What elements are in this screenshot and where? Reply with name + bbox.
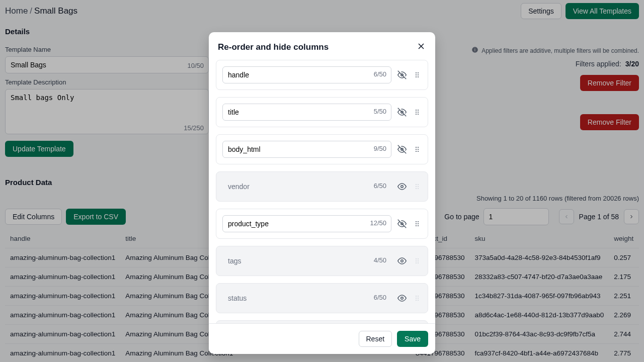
svg-point-54 — [418, 298, 419, 299]
svg-point-52 — [418, 296, 419, 297]
eye-icon[interactable] — [397, 256, 407, 265]
column-name-input[interactable] — [222, 66, 391, 83]
column-name-input — [222, 178, 391, 195]
svg-point-7 — [418, 72, 419, 73]
svg-point-49 — [418, 262, 419, 263]
drag-handle-icon[interactable] — [413, 70, 422, 79]
svg-point-24 — [416, 149, 417, 150]
column-item: 6/50 — [216, 283, 428, 313]
svg-point-30 — [418, 184, 419, 185]
column-item: 6/50 — [216, 171, 428, 202]
svg-point-51 — [416, 296, 417, 297]
svg-point-41 — [416, 225, 417, 226]
svg-point-39 — [416, 223, 417, 224]
svg-point-56 — [418, 300, 419, 301]
drag-handle-icon — [413, 294, 422, 303]
svg-point-18 — [416, 114, 417, 115]
drag-handle-icon[interactable] — [413, 108, 422, 117]
svg-point-29 — [416, 184, 417, 185]
eye-off-icon[interactable] — [397, 70, 407, 79]
svg-point-22 — [416, 147, 417, 148]
svg-point-38 — [418, 221, 419, 222]
svg-point-37 — [416, 221, 417, 222]
close-icon[interactable] — [416, 41, 426, 53]
save-button[interactable]: Save — [397, 331, 428, 347]
svg-point-33 — [416, 188, 417, 189]
svg-point-15 — [418, 110, 419, 111]
svg-point-47 — [418, 260, 419, 261]
svg-point-28 — [401, 186, 404, 188]
svg-point-46 — [416, 260, 417, 261]
svg-point-48 — [416, 262, 417, 263]
svg-point-50 — [401, 297, 404, 300]
svg-point-11 — [418, 76, 419, 77]
reset-button[interactable]: Reset — [359, 331, 392, 347]
drag-handle-icon[interactable] — [413, 145, 422, 154]
column-item: 9/50 — [216, 134, 428, 164]
svg-point-42 — [418, 225, 419, 226]
svg-point-32 — [418, 186, 419, 187]
svg-point-8 — [416, 74, 417, 75]
column-item: 4/50 — [216, 246, 428, 276]
svg-point-40 — [418, 223, 419, 224]
svg-point-45 — [418, 258, 419, 259]
column-item: 5/50 — [216, 97, 428, 127]
svg-point-6 — [416, 72, 417, 73]
svg-point-23 — [418, 147, 419, 148]
svg-point-27 — [418, 151, 419, 152]
svg-point-17 — [418, 112, 419, 113]
svg-point-43 — [401, 260, 404, 262]
column-name-input — [222, 252, 391, 269]
column-item: 6/50 — [216, 60, 428, 90]
svg-point-9 — [418, 74, 419, 75]
drag-handle-icon[interactable] — [413, 219, 422, 228]
svg-point-53 — [416, 298, 417, 299]
column-name-input — [222, 290, 391, 307]
eye-off-icon[interactable] — [397, 145, 407, 154]
svg-point-10 — [416, 76, 417, 77]
drag-handle-icon — [413, 182, 422, 191]
eye-off-icon[interactable] — [397, 108, 407, 117]
eye-icon[interactable] — [397, 182, 407, 191]
svg-point-16 — [416, 112, 417, 113]
svg-point-26 — [416, 151, 417, 152]
eye-icon[interactable] — [397, 294, 407, 303]
svg-point-34 — [418, 188, 419, 189]
svg-point-19 — [418, 114, 419, 115]
column-name-input[interactable] — [222, 215, 391, 232]
svg-point-31 — [416, 186, 417, 187]
drag-handle-icon — [413, 256, 422, 265]
eye-off-icon[interactable] — [397, 219, 407, 228]
column-name-input[interactable] — [222, 104, 391, 121]
column-item: 12/50 — [216, 209, 428, 239]
svg-point-44 — [416, 258, 417, 259]
svg-point-55 — [416, 300, 417, 301]
svg-point-14 — [416, 110, 417, 111]
modal-title: Re-order and hide columns — [218, 42, 416, 52]
svg-point-25 — [418, 149, 419, 150]
reorder-columns-modal: Re-order and hide columns 6/505/509/506/… — [209, 32, 435, 354]
column-name-input[interactable] — [222, 141, 391, 158]
